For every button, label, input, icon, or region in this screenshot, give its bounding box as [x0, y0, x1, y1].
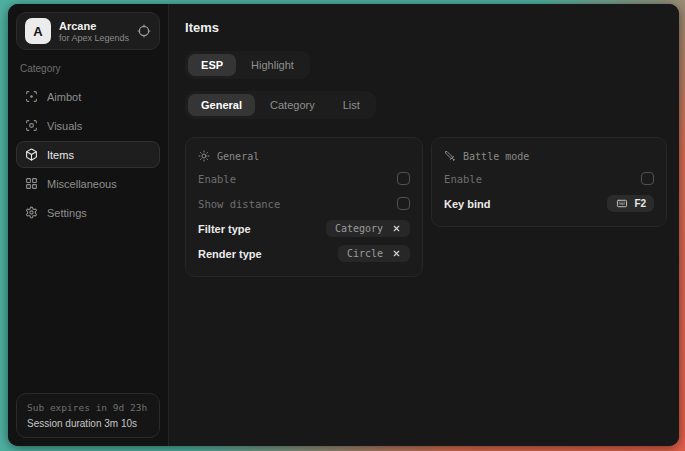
app-window: A Arcane for Apex Legends Category Aimbo…	[8, 4, 679, 446]
app-subtitle: for Apex Legends	[59, 33, 129, 43]
setting-row-render-type: Render typeCircle	[198, 241, 410, 266]
sidebar-item-miscellaneous[interactable]: Miscellaneous	[16, 170, 160, 197]
view-tab-group: GeneralCategoryList	[185, 91, 376, 119]
panel-general: GeneralEnableShow distanceFilter typeCat…	[185, 137, 423, 277]
tab-category[interactable]: Category	[257, 94, 328, 116]
sidebar-item-items[interactable]: Items	[16, 141, 160, 168]
tab-general[interactable]: General	[188, 94, 255, 116]
main-content: Items ESPHighlight GeneralCategoryList G…	[169, 4, 679, 446]
sidebar-item-label: Settings	[47, 207, 87, 219]
show-distance-checkbox[interactable]	[397, 197, 410, 210]
page-title: Items	[185, 20, 667, 35]
app-logo: A	[25, 18, 51, 44]
tab-highlight[interactable]: Highlight	[238, 54, 307, 76]
tab-esp[interactable]: ESP	[188, 54, 236, 76]
sidebar-item-label: Visuals	[47, 120, 82, 132]
app-meta: Arcane for Apex Legends	[59, 20, 129, 43]
app-name: Arcane	[59, 20, 129, 32]
filter-type-select[interactable]: Category	[326, 220, 410, 237]
setting-row-filter-type: Filter typeCategory	[198, 216, 410, 241]
setting-label: Render type	[198, 248, 262, 260]
mode-tab-group: ESPHighlight	[185, 51, 310, 79]
app-header-card: A Arcane for Apex Legends	[16, 12, 160, 50]
keyboard-icon	[615, 198, 629, 209]
setting-label: Enable	[444, 173, 482, 185]
select-value: Circle	[347, 248, 383, 259]
sidebar: A Arcane for Apex Legends Category Aimbo…	[8, 4, 169, 446]
close-icon[interactable]	[392, 224, 401, 233]
panel-title: General	[217, 151, 259, 162]
setting-row-enable: Enable	[444, 166, 654, 191]
aim-icon	[25, 90, 38, 103]
crosshair-icon[interactable]	[137, 24, 151, 38]
panel-title: Battle mode	[463, 151, 529, 162]
sword-icon	[444, 150, 456, 162]
sun-icon	[198, 150, 210, 162]
key-bind-badge[interactable]: F2	[607, 195, 654, 212]
panels-area: GeneralEnableShow distanceFilter typeCat…	[185, 137, 667, 277]
sidebar-item-visuals[interactable]: Visuals	[16, 112, 160, 139]
setting-label: Filter type	[198, 223, 251, 235]
setting-row-show-distance: Show distance	[198, 191, 410, 216]
sidebar-item-label: Items	[47, 149, 74, 161]
grid-icon	[25, 177, 38, 190]
sidebar-item-aimbot[interactable]: Aimbot	[16, 83, 160, 110]
setting-row-key-bind: Key bindF2	[444, 191, 654, 216]
sidebar-nav: AimbotVisualsItemsMiscellaneousSettings	[16, 83, 160, 226]
enable-checkbox[interactable]	[641, 172, 654, 185]
close-icon[interactable]	[392, 249, 401, 258]
setting-label: Enable	[198, 173, 236, 185]
setting-label: Key bind	[444, 198, 490, 210]
panel-header: Battle mode	[444, 150, 654, 162]
select-value: Category	[335, 223, 383, 234]
sidebar-section-label: Category	[20, 63, 156, 74]
sidebar-item-label: Miscellaneous	[47, 178, 117, 190]
keybind-value: F2	[634, 198, 646, 209]
setting-row-enable: Enable	[198, 166, 410, 191]
package-icon	[25, 148, 38, 161]
sidebar-item-label: Aimbot	[47, 91, 81, 103]
setting-label: Show distance	[198, 198, 280, 210]
render-type-select[interactable]: Circle	[338, 245, 410, 262]
panel-header: General	[198, 150, 410, 162]
sidebar-item-settings[interactable]: Settings	[16, 199, 160, 226]
scan-eye-icon	[25, 119, 38, 132]
gear-icon	[25, 206, 38, 219]
enable-checkbox[interactable]	[397, 172, 410, 185]
sub-expiry-text: Sub expires in 9d 23h	[27, 402, 149, 413]
session-duration-text: Session duration 3m 10s	[27, 418, 149, 429]
subscription-card: Sub expires in 9d 23h Session duration 3…	[16, 393, 160, 438]
tab-list[interactable]: List	[330, 94, 373, 116]
panel-battle-mode: Battle modeEnableKey bindF2	[431, 137, 667, 227]
